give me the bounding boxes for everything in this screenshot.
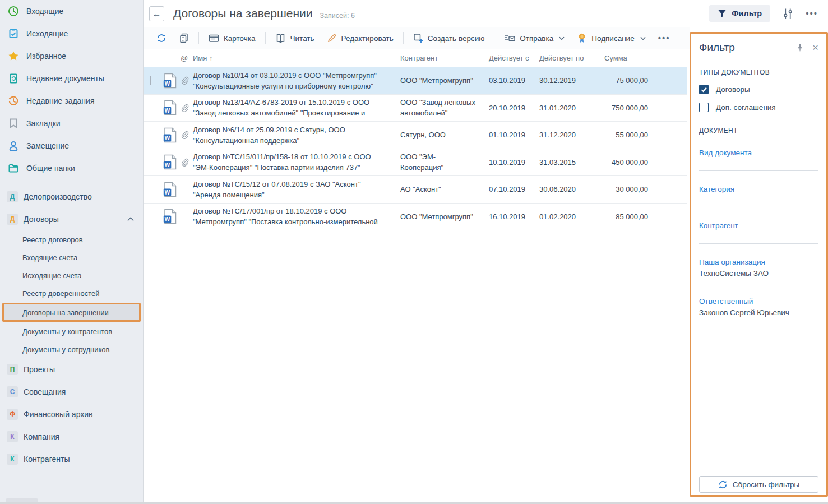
sidebar-module[interactable]: ССовещания <box>0 381 143 403</box>
sidebar-item-bookmarks[interactable]: Закладки <box>0 112 143 135</box>
field-underline <box>699 243 818 244</box>
toolbar-create-version-button[interactable]: Создать версию <box>407 30 491 47</box>
module-badge: Ф <box>7 409 18 420</box>
sidebar-item-substitution-person[interactable]: Замещение <box>0 135 143 157</box>
toolbar-edit-button[interactable]: Редактировать <box>321 30 400 47</box>
table-row[interactable]: WДоговор №ТС/17/001/пр от 18.10.2019 с О… <box>144 204 687 231</box>
document-name-line: Договор №ТС/15/011/пр/158-18 от 10.10.20… <box>193 151 396 162</box>
filter-field-value[interactable]: ТехноСистемы ЗАО <box>699 269 818 278</box>
toolbar-read-button[interactable]: Читать <box>269 30 321 47</box>
doc-type-checkbox-row[interactable]: Договоры <box>699 85 818 94</box>
amount: 85 000,00 <box>602 212 687 221</box>
sort-up-icon: ↑ <box>209 54 213 62</box>
filter-field-label[interactable]: Контрагент <box>699 221 818 230</box>
toolbar-more-button[interactable]: ••• <box>652 30 677 47</box>
document-name: Договор №6/14 от 25.09.2019 с Сатурн, ОО… <box>193 124 400 146</box>
sidebar-module[interactable]: ККонтрагенты <box>0 448 143 470</box>
counterparty-line: ООО "ЭМ- <box>400 151 484 162</box>
svg-text:W: W <box>164 162 170 168</box>
filter-fields: Вид документаКатегорияКонтрагентНаша орг… <box>699 149 818 322</box>
table-row[interactable]: WДоговор №ТС/15/12 от 07.08.2019 с ЗАО "… <box>144 176 687 204</box>
toolbar-separator <box>494 32 494 44</box>
card-icon <box>209 33 219 43</box>
module-badge: Д <box>7 191 18 202</box>
filter-field-label[interactable]: Категория <box>699 185 818 193</box>
filter-field-label[interactable]: Вид документа <box>699 149 818 157</box>
amount: 750 000,00 <box>602 104 687 112</box>
table-body: WДоговор №10/14 от 03.10.2019 с ООО "Мет… <box>144 67 687 230</box>
row-checkbox[interactable] <box>150 76 151 85</box>
sidebar-module[interactable]: ДДелопроизводство <box>0 186 143 208</box>
sidebar-item-recent-tasks[interactable]: Недавние задания <box>0 90 143 112</box>
filter-field-value[interactable]: Законов Сергей Юрьевич <box>699 308 818 317</box>
back-button[interactable]: ← <box>149 6 164 21</box>
pin-button[interactable] <box>795 43 804 52</box>
sidebar-subitem[interactable]: Реестр договоров <box>0 230 143 248</box>
toolbar-send-button[interactable]: Отправка <box>498 30 571 47</box>
header-more-button[interactable]: ••• <box>806 11 818 16</box>
toolbar-button-label: Читать <box>290 34 314 43</box>
sidebar-module[interactable]: ППроекты <box>0 358 143 381</box>
sidebar-horizontal-scrollbar-thumb[interactable] <box>6 498 38 502</box>
sidebar-subitem[interactable]: Входящие счета <box>0 248 143 266</box>
valid-to: 01.02.2020 <box>539 212 602 221</box>
reset-filters-button[interactable]: Сбросить фильтры <box>699 476 818 493</box>
app-window: ВходящиеИсходящиеИзбранноеНедавние докум… <box>0 0 828 504</box>
sidebar-item-recent-documents[interactable]: Недавние документы <box>0 67 143 90</box>
sidebar-subitem-label: Исходящие счета <box>22 271 82 280</box>
document-name: Договор №13/14/AZ-6783-2019 от 15.10.201… <box>193 97 400 118</box>
sidebar-subitem[interactable]: Договоры на завершении <box>2 303 141 322</box>
column-header-valid-from[interactable]: Действует с <box>489 54 539 62</box>
doc-icon-cell: W <box>159 100 181 115</box>
module-label: Финансовый архив <box>24 410 93 419</box>
table-row[interactable]: WДоговор №13/14/AZ-6783-2019 от 15.10.20… <box>144 95 687 122</box>
table-row[interactable]: WДоговор №10/14 от 03.10.2019 с ООО "Мет… <box>144 67 687 95</box>
column-header-attachment[interactable]: @ <box>181 54 193 62</box>
svg-text:W: W <box>164 135 170 141</box>
sidebar-subitem[interactable]: Документы у сотрудников <box>0 340 143 358</box>
valid-from: 10.10.2019 <box>489 158 539 167</box>
chevron-up-icon[interactable] <box>127 217 134 221</box>
close-button[interactable]: × <box>812 43 818 52</box>
doc-icon-cell: W <box>159 127 181 143</box>
sidebar-module[interactable]: ККомпания <box>0 426 143 448</box>
toolbar-refresh-button[interactable] <box>150 30 173 47</box>
toolbar-signing-button[interactable]: Подписание <box>571 30 651 47</box>
filter-button[interactable]: Фильтр <box>709 5 770 22</box>
toolbar-button-label: Редактировать <box>341 34 394 43</box>
sidebar-item-favorites-star[interactable]: Избранное <box>0 45 143 67</box>
filter-field-label[interactable]: Ответственный <box>699 297 818 306</box>
sidebar-item-outgoing-clipboard[interactable]: Исходящие <box>0 22 143 45</box>
document-name-line: "Консультационная поддержка" <box>193 135 396 146</box>
doc-type-checkbox-group: ДоговорыДоп. соглашения <box>699 85 818 112</box>
column-header-amount[interactable]: Сумма <box>602 54 687 62</box>
sidebar-item-label: Избранное <box>26 52 66 61</box>
column-header-name[interactable]: Имя ↑ <box>193 54 400 62</box>
column-header-valid-to[interactable]: Действует по <box>539 54 602 62</box>
checkbox-unchecked-icon[interactable] <box>699 103 709 112</box>
filter-field-label[interactable]: Наша организация <box>699 258 818 266</box>
svg-text:W: W <box>164 189 170 195</box>
sidebar-module[interactable]: ФФинансовый архив <box>0 403 143 426</box>
attachment-cell <box>181 76 193 85</box>
checkbox-checked-icon[interactable] <box>699 85 709 94</box>
sidebar-subitem[interactable]: Реестр доверенностей <box>0 284 143 302</box>
valid-to: 31.01.2020 <box>539 104 602 112</box>
doc-type-checkbox-row[interactable]: Доп. соглашения <box>699 103 818 112</box>
sidebar-module[interactable]: ДДоговоры <box>0 208 143 230</box>
table-row[interactable]: WДоговор №ТС/15/011/пр/158-18 от 10.10.2… <box>144 149 687 177</box>
send-icon <box>504 34 515 43</box>
toolbar-copy-button[interactable] <box>173 30 195 47</box>
reset-filters-label: Сбросить фильтры <box>733 480 800 489</box>
sidebar-subitem[interactable]: Документы у контрагентов <box>0 322 143 340</box>
recent-tasks-icon <box>8 95 19 107</box>
sidebar-item-shared-folders[interactable]: Общие папки <box>0 157 143 179</box>
toolbar-card-button[interactable]: Карточка <box>202 30 262 47</box>
filter-panel-title: Фильтр <box>699 41 788 54</box>
sidebar-subitem[interactable]: Исходящие счета <box>0 266 143 284</box>
view-settings-button[interactable] <box>782 8 794 20</box>
sidebar-subitem-label: Реестр договоров <box>22 235 83 244</box>
table-row[interactable]: WДоговор №6/14 от 25.09.2019 с Сатурн, О… <box>144 122 687 149</box>
column-header-counterparty[interactable]: Контрагент <box>400 54 489 62</box>
sidebar-item-incoming-clock[interactable]: Входящие <box>0 0 143 22</box>
